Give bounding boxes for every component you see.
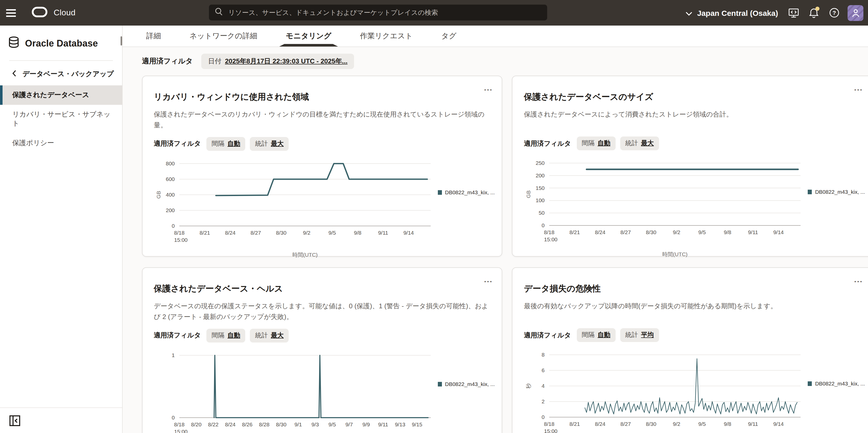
statistic-filter-pill[interactable]: 統計 最大 <box>250 137 289 150</box>
svg-text:9/1: 9/1 <box>294 421 302 427</box>
sidebar-item-protection-policies[interactable]: 保護ポリシー <box>0 134 122 153</box>
statistic-filter-pill[interactable]: 統計 最大 <box>620 137 659 150</box>
user-avatar[interactable] <box>847 5 863 21</box>
card-recovery-window-space: リカバリ・ウィンドウに使用された領域 ... 保護されたデータベースのリカバリ・… <box>142 76 502 257</box>
search-input[interactable] <box>227 8 541 17</box>
svg-text:9/11: 9/11 <box>748 421 758 427</box>
line-chart-protected-database-size: 050100150200250GB8/1815:008/218/248/278/… <box>524 157 805 258</box>
svg-text:時間(UTC): 時間(UTC) <box>292 252 317 257</box>
svg-text:4: 4 <box>542 383 545 389</box>
sidebar-scrollbar[interactable] <box>121 36 122 46</box>
svg-text:2: 2 <box>542 399 545 405</box>
statistic-filter-pill[interactable]: 統計 最大 <box>250 328 289 342</box>
legend-item[interactable]: DB0822_m43_kix, ... <box>808 381 865 433</box>
svg-text:9/2: 9/2 <box>303 230 310 235</box>
interval-filter-pill[interactable]: 間隔 自動 <box>207 137 245 150</box>
oracle-logo-icon <box>32 6 48 19</box>
collapse-sidebar-icon[interactable] <box>9 415 21 426</box>
chart-area: 02468秒8/1815:008/218/248/278/309/29/59/8… <box>524 349 865 433</box>
svg-text:9/2: 9/2 <box>673 421 681 427</box>
chart-area: 050100150200250GB8/1815:008/218/248/278/… <box>524 157 865 258</box>
line-chart-recovery-window-space: 0200400600800GB8/1815:008/218/248/278/30… <box>154 157 435 258</box>
svg-text:9/8: 9/8 <box>724 230 731 235</box>
svg-text:800: 800 <box>166 160 175 166</box>
svg-text:GB: GB <box>526 191 532 198</box>
interval-filter-pill[interactable]: 間隔 自動 <box>207 328 245 342</box>
svg-text:8/21: 8/21 <box>570 421 580 427</box>
sidebar-item-protected-databases[interactable]: 保護されたデータベース <box>0 85 122 105</box>
developer-tools-icon[interactable] <box>783 0 804 26</box>
chart-area: 018/1815:008/208/228/248/268/288/309/19/… <box>154 349 495 433</box>
tab-work-requests[interactable]: 作業リクエスト <box>360 26 412 47</box>
svg-text:8/22: 8/22 <box>208 421 219 427</box>
global-search[interactable] <box>209 5 547 21</box>
svg-text:0: 0 <box>172 414 175 420</box>
sidebar-service-title: Oracle Database <box>25 38 98 49</box>
legend-swatch <box>438 382 442 386</box>
svg-text:9/2: 9/2 <box>673 230 681 235</box>
svg-text:9/11: 9/11 <box>378 230 388 235</box>
oracle-cloud-brand[interactable]: Cloud <box>32 6 75 19</box>
card-filters-row: 適用済フィルタ 間隔 自動 統計 最大 <box>524 137 865 150</box>
sidebar-item-recovery-service-subnets[interactable]: リカバリ・サービス・サブネット <box>0 105 122 134</box>
svg-text:1: 1 <box>172 352 175 358</box>
svg-text:8/30: 8/30 <box>276 230 286 235</box>
help-icon[interactable]: ? <box>824 0 844 26</box>
svg-text:8/30: 8/30 <box>646 421 656 427</box>
svg-text:15:00: 15:00 <box>544 237 558 242</box>
tab-network-details[interactable]: ネットワークの詳細 <box>190 26 257 47</box>
svg-text:時間(UTC): 時間(UTC) <box>662 252 688 257</box>
monitoring-page: 適用済フィルタ 日付 2025年8月17日 22:39:03 UTC - 202… <box>123 47 868 433</box>
card-actions-menu-icon[interactable]: ... <box>481 273 496 286</box>
svg-text:8: 8 <box>542 352 545 358</box>
interval-filter-pill[interactable]: 間隔 自動 <box>577 137 615 150</box>
svg-text:秒: 秒 <box>526 383 532 389</box>
svg-text:6: 6 <box>542 368 545 373</box>
legend-item[interactable]: DB0822_m43_kix, ... <box>808 189 865 258</box>
svg-text:9/9: 9/9 <box>363 421 370 427</box>
sidebar-nav: 保護されたデータベース リカバリ・サービス・サブネット 保護ポリシー <box>0 85 122 153</box>
search-icon <box>215 8 223 18</box>
svg-text:8/27: 8/27 <box>251 230 261 235</box>
sidebar-back-link[interactable]: データベース・バックアップ <box>0 61 122 85</box>
notification-dot <box>815 7 819 11</box>
svg-text:8/24: 8/24 <box>595 421 606 427</box>
svg-text:9/5: 9/5 <box>699 421 706 427</box>
svg-text:9/8: 9/8 <box>724 421 731 427</box>
sidebar-back-label: データベース・バックアップ <box>23 69 114 79</box>
date-filter-chip[interactable]: 日付 2025年8月17日 22:39:03 UTC - 2025年... <box>202 54 354 69</box>
svg-text:9/5: 9/5 <box>329 230 336 235</box>
card-actions-menu-icon[interactable]: ... <box>481 81 496 94</box>
svg-text:8/30: 8/30 <box>646 230 656 235</box>
card-filters-row: 適用済フィルタ 間隔 自動 統計 平均 <box>524 328 865 342</box>
sidebar: Oracle Database データベース・バックアップ 保護されたデータベー… <box>0 26 123 433</box>
svg-text:0: 0 <box>172 223 175 229</box>
svg-text:250: 250 <box>536 160 545 166</box>
database-icon <box>8 36 20 51</box>
tab-tags[interactable]: タグ <box>441 26 457 47</box>
legend-item[interactable]: DB0822_m43_kix, ... <box>438 381 495 433</box>
svg-text:0: 0 <box>542 223 545 229</box>
date-filter-chip-value[interactable]: 2025年8月17日 22:39:03 UTC - 2025年... <box>225 57 348 66</box>
card-filters-label: 適用済フィルタ <box>154 139 201 148</box>
statistic-filter-pill[interactable]: 統計 平均 <box>620 328 659 342</box>
svg-text:400: 400 <box>166 192 175 197</box>
svg-text:8/26: 8/26 <box>242 421 253 427</box>
interval-filter-pill[interactable]: 間隔 自動 <box>577 328 615 342</box>
svg-text:8/28: 8/28 <box>259 421 270 427</box>
svg-text:8/18: 8/18 <box>174 421 185 427</box>
chevron-left-icon <box>12 69 17 79</box>
card-actions-menu-icon[interactable]: ... <box>851 273 866 286</box>
legend-item[interactable]: DB0822_m43_kix, ... <box>438 189 495 258</box>
svg-text:9/15: 9/15 <box>412 421 422 427</box>
tab-details[interactable]: 詳細 <box>146 26 161 47</box>
tab-monitoring[interactable]: モニタリング <box>286 26 331 47</box>
card-title: リカバリ・ウィンドウに使用された領域 <box>154 91 495 103</box>
card-description: 保護されたデータベースのリカバリ・ウィンドウの目標を満たすために現在使用されてい… <box>154 110 495 131</box>
svg-text:8/30: 8/30 <box>276 421 286 427</box>
card-actions-menu-icon[interactable]: ... <box>851 81 866 94</box>
svg-text:8/24: 8/24 <box>595 230 606 235</box>
hamburger-menu-icon[interactable] <box>1 0 21 26</box>
region-selector[interactable]: Japan Central (Osaka) <box>680 8 783 17</box>
notifications-bell-icon[interactable] <box>804 0 824 26</box>
